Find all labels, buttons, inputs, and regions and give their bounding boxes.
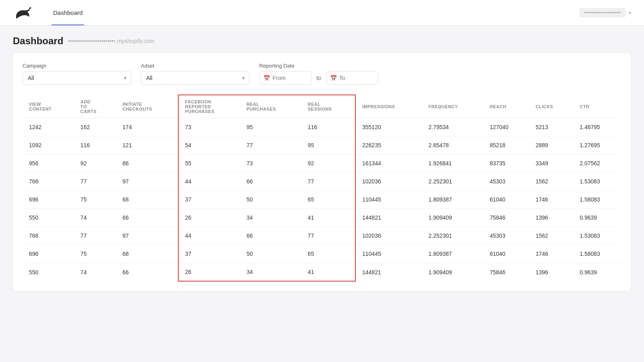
cell-initiate_checkouts: 66 (116, 263, 178, 282)
user-label[interactable]: •••••••••••••••••••• (579, 8, 625, 17)
col-ctr: CTR (573, 95, 621, 118)
cell-real_sessions: 92 (301, 154, 355, 173)
cell-reach: 61040 (483, 245, 529, 263)
cell-real_purchases: 77 (240, 136, 301, 154)
cell-initiate_checkouts: 97 (116, 227, 178, 245)
cell-real_sessions: 65 (301, 245, 355, 263)
cell-frequency: 2.252301 (422, 173, 483, 191)
adset-select-wrapper: All (141, 71, 250, 85)
user-chevron-icon[interactable]: ▾ (629, 10, 631, 16)
adset-select[interactable]: All (141, 71, 250, 85)
cell-real_purchases: 73 (240, 154, 301, 173)
col-view-content: VIEWCONTENT (23, 95, 74, 118)
col-impressions: IMPRESSIONS (355, 95, 422, 118)
logo[interactable] (13, 6, 32, 20)
page-header: Dashboard ••••••••••••••••••••••••.mysho… (0, 26, 644, 53)
data-table-wrapper: VIEWCONTENT ADDTOCARTS INITIATECHECKOUTS… (23, 95, 621, 282)
col-initiate-checkouts: INITIATECHECKOUTS (116, 95, 178, 118)
cell-impressions: 110445 (355, 191, 422, 209)
cell-reach: 83735 (483, 154, 529, 173)
nav-dashboard[interactable]: Dashboard (52, 0, 84, 25)
cell-frequency: 2.252301 (422, 227, 483, 245)
cell-add_to_carts: 75 (74, 191, 116, 209)
cell-initiate_checkouts: 121 (116, 136, 178, 154)
cell-view_content: 1092 (23, 136, 74, 154)
adset-label: Adset (141, 63, 250, 69)
campaign-select[interactable]: All (23, 71, 131, 85)
cell-clicks: 2889 (529, 136, 574, 154)
cell-frequency: 1.809387 (422, 191, 483, 209)
cell-reach: 75846 (483, 209, 529, 227)
cell-real_purchases: 66 (240, 173, 301, 191)
cell-view_content: 956 (23, 154, 74, 173)
from-date-input[interactable] (259, 71, 312, 85)
cell-clicks: 1396 (529, 209, 574, 227)
cell-ctr: 1.53083 (573, 173, 621, 191)
cell-initiate_checkouts: 97 (116, 173, 178, 191)
cell-real_sessions: 116 (301, 118, 355, 136)
to-date-input[interactable] (326, 71, 378, 85)
cell-ctr: 0.9639 (573, 263, 621, 282)
cell-reach: 75846 (483, 263, 529, 282)
cell-facebook_reported_purchases: 26 (178, 209, 240, 227)
cell-clicks: 1562 (529, 227, 574, 245)
cell-frequency: 1.809387 (422, 245, 483, 263)
date-label: Reporting Date (259, 63, 378, 69)
cell-view_content: 550 (23, 263, 74, 282)
cell-real_sessions: 77 (301, 227, 355, 245)
filters-row: Campaign All Adset All Reporting Dat (23, 63, 621, 85)
cell-reach: 45303 (483, 173, 529, 191)
cell-real_purchases: 50 (240, 245, 301, 263)
cell-reach: 45303 (483, 227, 529, 245)
to-date-wrapper: 📅 (326, 71, 378, 85)
cell-impressions: 144821 (355, 209, 422, 227)
cell-frequency: 2.79534 (422, 118, 483, 136)
cell-real_purchases: 50 (240, 191, 301, 209)
table-header: VIEWCONTENT ADDTOCARTS INITIATECHECKOUTS… (23, 95, 621, 118)
cell-real_purchases: 66 (240, 227, 301, 245)
date-range-filter: Reporting Date 📅 to 📅 (259, 63, 378, 85)
cell-impressions: 355120 (355, 118, 422, 136)
cell-clicks: 5213 (529, 118, 574, 136)
cell-view_content: 768 (23, 173, 74, 191)
cell-frequency: 1.909409 (422, 209, 483, 227)
cell-facebook_reported_purchases: 73 (178, 118, 240, 136)
campaign-label: Campaign (23, 63, 131, 69)
cell-facebook_reported_purchases: 44 (178, 227, 240, 245)
date-inputs: 📅 to 📅 (259, 71, 378, 85)
cell-ctr: 1.46795 (573, 118, 621, 136)
cell-facebook_reported_purchases: 54 (178, 136, 240, 154)
cell-add_to_carts: 77 (74, 227, 116, 245)
cell-real_purchases: 95 (240, 118, 301, 136)
cell-frequency: 2.65478 (422, 136, 483, 154)
cell-real_sessions: 41 (301, 209, 355, 227)
cell-add_to_carts: 77 (74, 173, 116, 191)
cell-facebook_reported_purchases: 37 (178, 191, 240, 209)
cell-initiate_checkouts: 86 (116, 154, 178, 173)
cell-facebook_reported_purchases: 26 (178, 263, 240, 282)
cell-add_to_carts: 74 (74, 209, 116, 227)
table-row: 55074662634411448211.9094097584613960.96… (23, 209, 621, 227)
to-separator: to (315, 75, 323, 81)
cell-add_to_carts: 74 (74, 263, 116, 282)
nav-right: •••••••••••••••••••• ▾ (579, 8, 631, 17)
adset-filter: Adset All (141, 63, 250, 85)
table-row: 76877974466771020362.2523014530315621.53… (23, 227, 621, 245)
data-table: VIEWCONTENT ADDTOCARTS INITIATECHECKOUTS… (23, 95, 621, 282)
table-row: 76877974466771020362.2523014530315621.53… (23, 173, 621, 191)
cell-ctr: 1.58083 (573, 245, 621, 263)
col-facebook-reported-purchases: FACEBOOKREPORTEDPURCHASES (178, 95, 240, 118)
cell-ctr: 0.9639 (573, 209, 621, 227)
cell-clicks: 1746 (529, 245, 574, 263)
cell-view_content: 1242 (23, 118, 74, 136)
cell-real_purchases: 34 (240, 209, 301, 227)
cell-add_to_carts: 92 (74, 154, 116, 173)
cell-real_purchases: 34 (240, 263, 301, 282)
table-body: 124216217473951163551202.795341270405213… (23, 118, 621, 282)
cell-frequency: 1.926841 (422, 154, 483, 173)
cell-clicks: 1396 (529, 263, 574, 282)
cell-clicks: 3349 (529, 154, 574, 173)
page-subtitle: ••••••••••••••••••••••••.myshopify.com (68, 38, 154, 44)
col-frequency: FREQUENCY (422, 95, 483, 118)
cell-initiate_checkouts: 68 (116, 191, 178, 209)
